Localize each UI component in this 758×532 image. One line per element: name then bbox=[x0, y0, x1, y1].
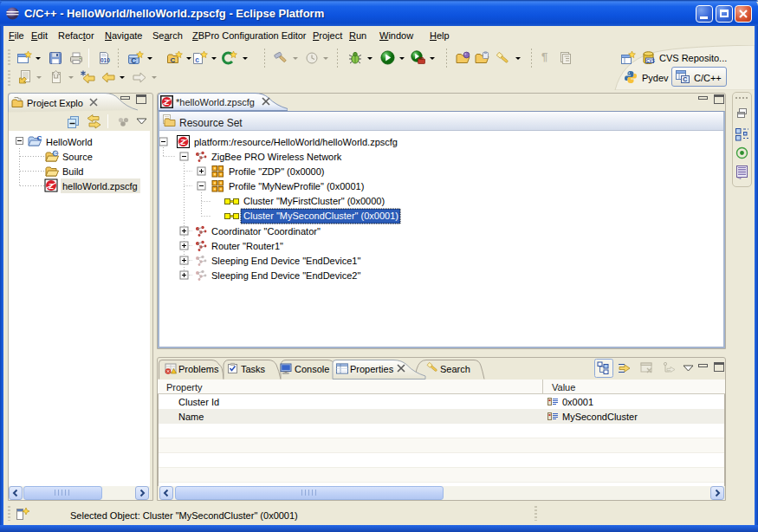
svg-text:C: C bbox=[171, 56, 176, 64]
svg-text:Z: Z bbox=[165, 98, 170, 107]
svg-text:Sleeping End Device "EndDevice: Sleeping End Device "EndDevice2" bbox=[211, 270, 360, 281]
svg-text:CVS: CVS bbox=[646, 59, 654, 63]
svg-text:010: 010 bbox=[100, 57, 110, 63]
svg-text:Cluster "MySecondCluster" (0x0: Cluster "MySecondCluster" (0x0001) bbox=[243, 211, 398, 221]
svg-text:Router "Router1": Router "Router1" bbox=[211, 241, 283, 251]
svg-text:ZigBee PRO Wireless Network: ZigBee PRO Wireless Network bbox=[211, 152, 342, 162]
svg-text:Sleeping End Device "EndDevice: Sleeping End Device "EndDevice1" bbox=[211, 256, 360, 266]
svg-text:C: C bbox=[131, 56, 136, 65]
svg-text:Console: Console bbox=[295, 364, 329, 374]
svg-text:Coordinator "Coordinator": Coordinator "Coordinator" bbox=[211, 226, 321, 237]
svg-text:Profile "ZDP" (0x0000): Profile "ZDP" (0x0000) bbox=[229, 166, 325, 177]
svg-text:platform:/resource/HelloWorld/: platform:/resource/HelloWorld/helloWorld… bbox=[194, 137, 398, 147]
svg-text:Properties: Properties bbox=[350, 364, 394, 374]
svg-text:C: C bbox=[54, 151, 57, 156]
svg-text:C: C bbox=[683, 76, 687, 82]
svg-text:Problems: Problems bbox=[178, 364, 219, 374]
svg-text:c: c bbox=[195, 55, 199, 64]
svg-text:Tasks: Tasks bbox=[241, 364, 266, 374]
svg-text:C: C bbox=[37, 134, 42, 142]
svg-text:Profile "MyNewProfile" (0x0001: Profile "MyNewProfile" (0x0001) bbox=[229, 181, 364, 191]
svg-text:Search: Search bbox=[440, 364, 470, 374]
svg-text:Cluster "MyFirstCluster" (0x00: Cluster "MyFirstCluster" (0x0000) bbox=[243, 196, 385, 206]
svg-text:Z: Z bbox=[49, 181, 54, 191]
